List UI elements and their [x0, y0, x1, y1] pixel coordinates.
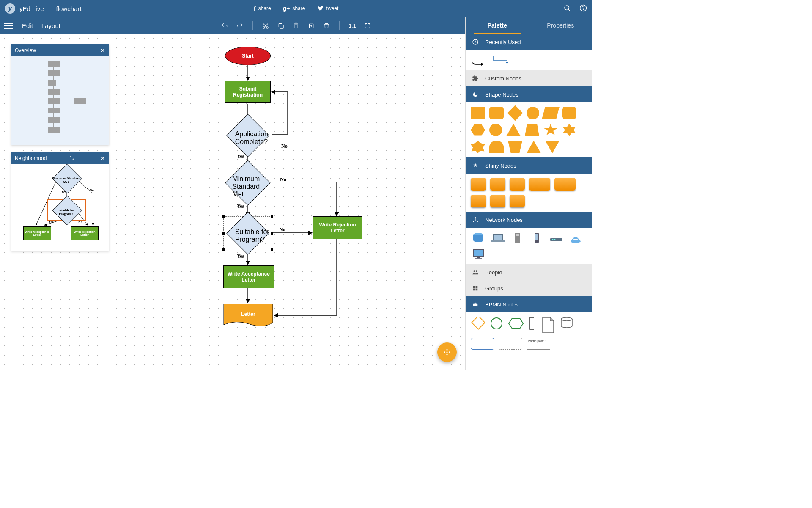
section-people[interactable]: People [466, 264, 592, 280]
monitor-icon[interactable] [471, 248, 486, 260]
shape-arch[interactable] [489, 141, 504, 153]
section-label: Custom Nodes [485, 75, 521, 82]
section-shape-nodes[interactable]: Shape Nodes [466, 86, 592, 102]
bpmn-participant-icon[interactable]: Participant 1 [527, 338, 550, 350]
shape-star8[interactable] [471, 141, 485, 153]
shape-octagon[interactable] [562, 107, 576, 119]
shiny-body [466, 174, 592, 212]
svg-point-47 [571, 240, 581, 243]
redo-icon[interactable] [236, 22, 244, 30]
section-network-nodes[interactable]: Network Nodes [466, 212, 592, 228]
shape-circle[interactable] [489, 124, 502, 136]
twitter-icon [317, 5, 324, 12]
edge-curve-icon[interactable] [471, 54, 488, 66]
shape-diamond[interactable] [508, 105, 523, 121]
search-icon[interactable] [563, 4, 571, 13]
people-icon [472, 268, 479, 276]
shape-rect[interactable] [471, 107, 485, 119]
menu-edit[interactable]: Edit [18, 22, 37, 29]
bpmn-subprocess-icon[interactable] [499, 338, 522, 350]
phone-icon[interactable] [529, 232, 544, 244]
shiny-node[interactable] [554, 178, 576, 190]
shiny-node[interactable] [490, 178, 505, 190]
node-min-standard[interactable]: Minimum Standard Met [225, 166, 271, 200]
paste-icon[interactable] [292, 22, 300, 30]
section-groups[interactable]: Groups [466, 280, 592, 296]
facebook-share-button[interactable]: f share [254, 5, 271, 12]
node-accept[interactable]: Write Acceptance Letter [223, 265, 274, 288]
gplus-share-button[interactable]: g+ share [283, 5, 305, 12]
svg-point-29 [446, 351, 447, 353]
bpmn-hexagon-icon[interactable] [508, 317, 524, 330]
laptop-icon[interactable] [490, 232, 505, 244]
shiny-node[interactable] [529, 178, 550, 190]
node-reject[interactable]: Write Rejection Letter [313, 216, 362, 239]
document-title[interactable]: flowchart [56, 5, 82, 12]
bpmn-document-icon[interactable] [541, 317, 555, 334]
svg-point-32 [475, 217, 476, 218]
section-custom-nodes[interactable]: Custom Nodes [466, 70, 592, 86]
router-icon[interactable] [549, 232, 564, 244]
shiny-node[interactable] [510, 178, 525, 190]
shape-triangle[interactable] [527, 141, 541, 153]
svg-point-31 [446, 354, 447, 355]
canvas[interactable]: Overview✕ Neighborhood ✕ [0, 34, 465, 370]
section-shiny-nodes[interactable]: Shiny Nodes [466, 157, 592, 174]
shape-ellipse[interactable] [527, 107, 539, 119]
overview-body[interactable] [11, 56, 109, 145]
node-app-complete[interactable]: Application Complete? [225, 119, 271, 152]
shiny-node[interactable] [490, 195, 505, 207]
zoom-reset-button[interactable]: 1:1 [348, 22, 356, 30]
tab-palette[interactable]: Palette [466, 17, 529, 34]
help-icon[interactable] [579, 4, 587, 13]
close-icon[interactable]: ✕ [100, 47, 105, 54]
bpmn-bracket-icon[interactable] [528, 317, 537, 330]
section-label: BPMN Nodes [485, 301, 518, 308]
shape-trapezoid2[interactable] [508, 141, 522, 153]
cut-icon[interactable] [262, 22, 269, 30]
shiny-node[interactable] [471, 195, 486, 207]
node-letter[interactable]: Letter [223, 304, 273, 328]
bpmn-task-icon[interactable] [471, 338, 494, 350]
server-icon[interactable] [510, 232, 525, 244]
shape-parallelogram[interactable] [542, 107, 560, 119]
shiny-node[interactable] [471, 178, 486, 190]
node-start[interactable]: Start [225, 47, 271, 65]
shape-triangle-down[interactable] [545, 141, 560, 153]
section-bpmn[interactable]: BPMN Nodes [466, 296, 592, 312]
twitter-share-button[interactable]: tweet [317, 5, 339, 12]
neighborhood-body[interactable]: Minimum Standard Met Suitable for Progra… [11, 164, 109, 251]
fullscreen-icon[interactable] [364, 22, 371, 30]
menu-layout[interactable]: Layout [37, 22, 65, 29]
fab-button[interactable] [437, 342, 457, 362]
copy-icon[interactable] [277, 22, 285, 30]
undo-icon[interactable] [221, 22, 228, 30]
shape-star6[interactable] [562, 124, 576, 136]
shape-star5[interactable] [543, 124, 558, 136]
shiny-node[interactable] [510, 195, 525, 207]
svg-rect-55 [476, 286, 478, 288]
close-icon[interactable]: ✕ [100, 155, 105, 162]
section-label: Shape Nodes [485, 91, 518, 98]
duplicate-icon[interactable] [307, 22, 315, 30]
tab-properties[interactable]: Properties [529, 17, 593, 34]
node-suitable[interactable]: Suitable for Program? [225, 217, 271, 249]
shape-round-rect[interactable] [489, 107, 504, 119]
wifi-icon[interactable] [568, 232, 583, 244]
shape-hexagon[interactable] [471, 124, 485, 136]
menu-icon[interactable] [4, 23, 13, 29]
expand-icon[interactable] [69, 155, 74, 162]
section-label: Recently Used [485, 39, 521, 45]
neighborhood-panel[interactable]: Neighborhood ✕ Minimum Standard Met Suit… [11, 152, 109, 251]
shape-triangle-up[interactable] [506, 124, 521, 136]
overview-panel[interactable]: Overview✕ [11, 44, 109, 145]
edge-ortho-icon[interactable] [492, 54, 510, 66]
bpmn-datastore-icon[interactable] [560, 317, 574, 329]
node-submit[interactable]: Submit Registration [225, 81, 271, 103]
bpmn-event-icon[interactable] [489, 317, 504, 330]
bpmn-gateway-icon[interactable] [471, 317, 485, 330]
shape-trapezoid[interactable] [525, 124, 539, 136]
section-recently-used[interactable]: Recently Used [466, 34, 592, 50]
delete-icon[interactable] [323, 22, 330, 30]
database-icon[interactable] [471, 232, 486, 244]
